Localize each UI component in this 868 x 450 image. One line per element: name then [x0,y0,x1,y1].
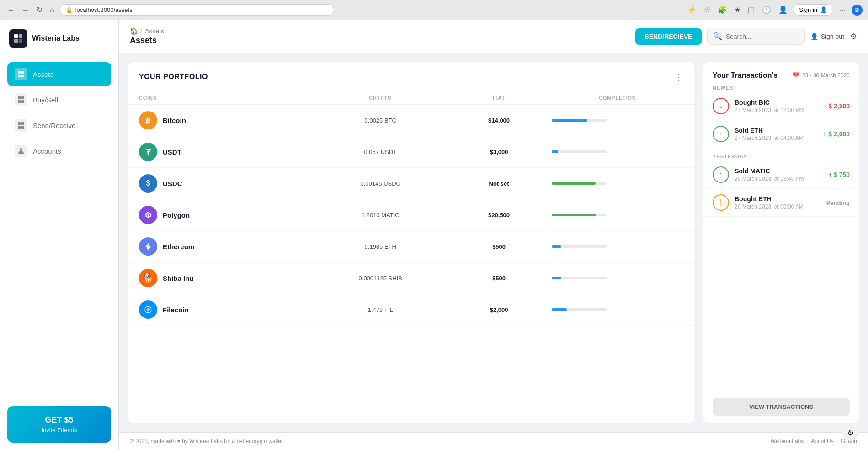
tx-name: Bought ETH [735,195,821,203]
polygon-icon [139,206,157,224]
ethereum-fiat: $500 [446,243,552,250]
svg-rect-9 [21,96,24,99]
footer-copyright: © 2023, made with ♥ by Wisteria Labs for… [130,438,284,445]
tx-amount: - $ 2,500 [825,102,850,110]
tx-date-text: 23 - 30 March 2023 [802,72,850,79]
tx-name: Sold MATIC [735,167,823,175]
tx-section-yesterday: YESTERDAY [703,148,859,161]
bitcoin-info: Bitcoin [139,111,314,129]
sidebar-item-assets[interactable]: Assets [7,62,111,86]
ethereum-icon [139,237,157,256]
tx-name: Sold ETH [735,127,817,134]
usdc-fiat: Not set [446,180,552,187]
usdc-crypto: 0.00145 USDC [314,180,446,187]
browser-logo: B [852,5,863,16]
filecoin-info: Filecoin [139,300,314,319]
footer-link-about[interactable]: About Us [811,438,833,445]
search-input[interactable] [726,33,799,40]
invite-card[interactable]: GET $5 Invite Friends [7,406,111,443]
logo-icon [9,29,27,48]
address-bar[interactable]: 🔒 localhost:3000/assets [60,4,334,16]
table-row: 🐕 Shiba Inu 0.0001125 SHIB $500 [128,262,694,294]
table-row: ₮ USDT 0.057 USDT $3,000 [128,136,694,168]
assets-label: Assets [33,70,53,78]
usdc-name: USDC [163,180,182,188]
usdt-name: USDT [163,148,181,156]
ethereum-info: Ethereum [139,237,314,256]
search-icon: 🔍 [713,32,722,41]
buysell-icon [15,93,27,106]
tx-datetime: 26 March 2023, at 13:45 PM [735,176,823,182]
home-button[interactable]: ⌂ [48,4,56,16]
tx-title: Your Transaction's [713,71,777,80]
svg-rect-13 [21,122,24,125]
polygon-crypto: 1.2010 MATIC [314,212,446,219]
favorites-icon[interactable]: ★ [732,5,742,15]
star-icon[interactable]: ☆ [702,5,712,15]
table-row: Polygon 1.2010 MATIC $20,500 [128,199,694,231]
sidebar-item-sendreceive[interactable]: Send/Receive [7,113,111,137]
sign-out-button[interactable]: 👤 Sign out [810,33,844,40]
tx-up-icon: ↑ [713,126,729,142]
portfolio-menu-button[interactable]: ⋮ [674,71,683,82]
search-box: 🔍 [707,28,805,45]
sidebar-item-accounts[interactable]: Accounts [7,139,111,163]
settings-button[interactable]: ⚙ [850,32,857,42]
svg-rect-14 [18,126,21,129]
sendreceive-icon [15,119,27,132]
usdt-info: ₮ USDT [139,143,314,161]
ethereum-progress [552,245,683,248]
ethereum-crypto: 0.1985 ETH [314,243,446,250]
tx-up-icon: ↑ [713,166,729,183]
history-icon[interactable]: 🕐 [760,5,773,15]
footer-settings-button[interactable]: ⚙ [842,424,859,441]
svg-point-16 [20,148,22,151]
svg-rect-11 [21,100,24,103]
sign-out-label: Sign out [821,33,844,40]
page-title: Assets [130,36,164,45]
transactions-panel: Your Transaction's 📅 23 - 30 March 2023 … [703,62,859,423]
performance-icon[interactable]: ⚡ [686,5,698,15]
footer-links: Wisteria Labs About Us Github [771,438,857,445]
tx-amount: + $ 2,000 [823,130,850,138]
sidebar: Wisteria Labs Assets [0,20,119,450]
sidebar-bottom: GET $5 Invite Friends [0,399,118,450]
reload-button[interactable]: ↻ [35,4,44,16]
profile-icon[interactable]: 👤 [777,5,789,15]
url-text: localhost:3000/assets [75,6,133,13]
col-fiat: FIAT [446,95,552,101]
invite-title: GET $5 [16,415,102,425]
collections-icon[interactable]: ◫ [746,5,756,15]
bitcoin-progress [552,119,683,122]
svg-rect-2 [14,39,18,43]
shiba-name: Shiba Inu [163,274,194,282]
tx-item: ↑ Sold ETH 27 March 2023, at 04:30 AM + … [703,120,859,148]
tx-datetime: 27 March 2023, at 12:30 PM [735,107,819,113]
table-row: Ethereum 0.1985 ETH $500 [128,231,694,262]
footer-link-wisteria[interactable]: Wisteria Labs [771,438,804,445]
col-coins: COINS [139,95,314,101]
tx-sold-matic-details: Sold MATIC 26 March 2023, at 13:45 PM [735,167,823,182]
sidebar-item-buysell[interactable]: Buy/Sell [7,88,111,112]
logo-text: Wisteria Labs [32,34,80,43]
browser-chrome: ← → ↻ ⌂ 🔒 localhost:3000/assets ⚡ ☆ 🧩 ★ … [0,0,868,20]
view-transactions-button[interactable]: VIEW TRANSACTIONS [713,398,850,416]
usdt-progress [552,150,683,153]
breadcrumb-home-icon[interactable]: 🏠 [130,27,138,35]
more-options-icon[interactable]: ⋯ [837,5,848,15]
portfolio-header: YOUR PORTFOLIO ⋮ [128,62,694,91]
usdc-icon: $ [139,174,157,193]
sign-in-button[interactable]: Sign in 👤 [793,4,833,16]
usdt-crypto: 0.057 USDT [314,149,446,155]
tx-header: Your Transaction's 📅 23 - 30 March 2023 [703,62,859,80]
send-receive-button[interactable]: SEND/RECIEVE [635,28,701,45]
back-button[interactable]: ← [5,4,16,16]
assets-icon [15,68,27,80]
breadcrumb: 🏠 / Assets [130,27,164,35]
tx-item: ↑ Sold MATIC 26 March 2023, at 13:45 PM … [703,161,859,189]
shiba-progress [552,277,683,279]
polygon-fiat: $20,500 [446,212,552,219]
header: 🏠 / Assets Assets SEND/RECIEVE 🔍 👤 Sign … [119,20,868,53]
extensions-icon[interactable]: 🧩 [716,5,729,15]
forward-button[interactable]: → [20,4,31,16]
